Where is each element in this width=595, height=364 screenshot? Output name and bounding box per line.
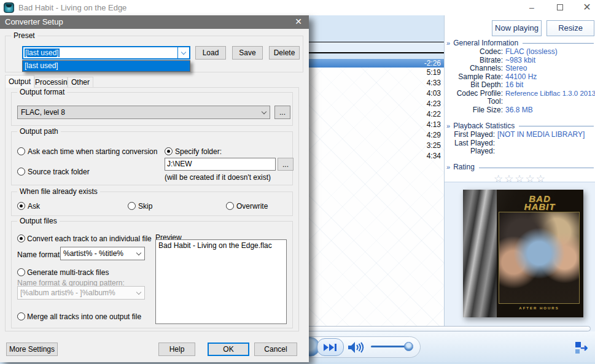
playlist-row[interactable]: 4:22 — [309, 109, 444, 120]
info-row: File Size:36.8 MB — [445, 106, 595, 115]
radio-specify-folder-label[interactable]: Specify folder: — [175, 147, 222, 156]
preset-dropdown-list: [last used] — [22, 60, 190, 72]
playlist-row[interactable]: 4:23 — [309, 99, 444, 109]
folder-path-input[interactable]: J:\NEW — [165, 158, 276, 171]
info-row: Bit Depth:16 bit — [445, 81, 595, 90]
info-label: Bit Depth: — [445, 81, 503, 90]
save-button[interactable]: Save — [232, 46, 263, 60]
tab-other[interactable]: Other — [68, 77, 93, 88]
radio-merge-all-label[interactable]: Merge all tracks into one output file — [27, 312, 141, 321]
preset-dropdown-button[interactable] — [177, 47, 189, 58]
radio-ask-each-time[interactable] — [17, 147, 25, 155]
volume-speaker-icon[interactable] — [348, 341, 364, 355]
section-title: Playback Statistics — [453, 122, 515, 130]
playlist-row[interactable]: 5:19 — [309, 68, 444, 78]
info-label: First Played: — [445, 131, 495, 139]
info-row: Codec:FLAC (lossless) — [445, 48, 595, 56]
preset-value: [last used] — [25, 48, 60, 57]
application-window: Bad Habit - Living on the Edge – ✕ -2:26… — [0, 0, 595, 364]
name-format-combobox[interactable]: %artist% - %title% — [60, 247, 145, 260]
playlist-rows: 5:19 4:33 4:03 4:23 4:22 4:13 4:29 3:25 … — [309, 68, 444, 161]
playlist-row[interactable]: 4:03 — [309, 88, 444, 99]
section-general-information[interactable]: » General Information — [446, 38, 594, 47]
radio-individual-file[interactable] — [17, 234, 25, 242]
radio-ask-each-time-label[interactable]: Ask each time when starting conversion — [28, 147, 157, 156]
info-row: Sample Rate:44100 Hz — [445, 73, 595, 82]
radio-exists-ask[interactable] — [17, 202, 25, 210]
now-playing-button[interactable]: Now playing — [492, 20, 542, 36]
output-files-label: Output files — [17, 217, 60, 225]
preset-group-label: Preset — [11, 31, 37, 40]
info-value — [495, 147, 497, 156]
radio-individual-file-label[interactable]: Convert each track to an individual file — [27, 234, 152, 243]
radio-exists-overwrite-label[interactable]: Overwrite — [236, 202, 268, 211]
maximize-button[interactable] — [551, 0, 569, 15]
close-button[interactable]: ✕ — [578, 0, 595, 15]
tab-processing[interactable]: Processing — [34, 77, 68, 88]
info-row: Codec Profile:Reference Libflac 1.3.0 20… — [445, 90, 595, 98]
radio-source-track-folder-label[interactable]: Source track folder — [28, 168, 90, 176]
info-panel: Now playing Resize » General Information… — [444, 15, 595, 331]
resize-button[interactable]: Resize — [546, 20, 594, 36]
volume-slider-knob[interactable] — [404, 342, 413, 351]
playlist-toolbar-area — [309, 15, 444, 42]
next-track-button[interactable] — [317, 338, 344, 356]
playlist-row-selected[interactable]: -2:26 — [309, 59, 444, 68]
info-value: 16 bit — [503, 81, 523, 90]
playlist-row[interactable]: 4:33 — [309, 78, 444, 88]
info-label: Bitrate: — [445, 56, 503, 65]
playlist-panel[interactable]: -2:26 5:19 4:33 4:03 4:23 4:22 4:13 4:29… — [309, 15, 444, 331]
info-value: Stereo — [503, 64, 527, 73]
section-rule — [519, 126, 594, 126]
radio-specify-folder[interactable] — [165, 147, 173, 155]
minimize-button[interactable]: – — [523, 0, 540, 15]
info-label: Sample Rate: — [445, 73, 503, 82]
name-format-dropdown-button[interactable] — [133, 247, 144, 260]
layout-mini-mode-icon[interactable]: ➜ — [575, 341, 592, 356]
section-rule — [523, 43, 594, 44]
info-label: File Size: — [445, 106, 503, 115]
grouping-pattern-combobox: [%album artist% - ]%album% — [17, 286, 145, 300]
help-button[interactable]: Help — [158, 343, 195, 356]
section-collapse-icon: » — [446, 122, 450, 130]
preset-dropdown-item[interactable]: [last used] — [23, 61, 190, 71]
playlist-row[interactable]: 4:13 — [309, 120, 444, 130]
section-rule — [479, 168, 594, 168]
playlist-row[interactable]: 4:29 — [309, 130, 444, 141]
output-path-label: Output path — [17, 127, 61, 136]
radio-exists-skip[interactable] — [128, 202, 136, 210]
delete-button[interactable]: Delete — [269, 46, 300, 60]
ok-button[interactable]: OK — [208, 343, 249, 356]
preset-combobox[interactable]: [last used] — [22, 46, 190, 60]
folder-note: (will be created if it doesn't exist) — [165, 173, 271, 182]
info-label: Channels: — [445, 64, 503, 73]
output-format-combobox[interactable]: FLAC, level 8 — [17, 106, 270, 119]
radio-multitrack[interactable] — [17, 268, 25, 276]
radio-exists-skip-label[interactable]: Skip — [138, 202, 152, 211]
radio-multitrack-label[interactable]: Generate multi-track files — [27, 268, 109, 277]
radio-source-track-folder[interactable] — [17, 168, 25, 176]
output-format-browse-button[interactable]: ... — [274, 106, 290, 119]
info-value: FLAC (lossless) — [503, 48, 558, 56]
window-titlebar: Bad Habit - Living on the Edge – ✕ — [0, 0, 595, 15]
output-format-dropdown-button[interactable] — [258, 106, 270, 118]
cancel-button[interactable]: Cancel — [254, 343, 297, 356]
more-settings-button[interactable]: More Settings — [6, 343, 58, 356]
info-value: 36.8 MB — [503, 106, 533, 115]
radio-exists-overwrite[interactable] — [226, 202, 234, 210]
radio-merge-all[interactable] — [17, 312, 25, 320]
dialog-titlebar[interactable]: Converter Setup ✕ — [0, 15, 309, 29]
album-art-logo: BAD HABIT — [500, 195, 580, 211]
album-art[interactable]: BAD HABIT AFTER HOURS — [463, 190, 583, 317]
info-row: Bitrate:~983 kbit — [445, 56, 595, 65]
dialog-close-button[interactable]: ✕ — [292, 17, 305, 28]
load-button[interactable]: Load — [195, 46, 226, 60]
section-rating[interactable]: » Rating — [446, 163, 594, 172]
playlist-row[interactable]: 3:25 — [309, 141, 444, 151]
tab-output[interactable]: Output — [5, 75, 34, 88]
playlist-row[interactable]: 4:34 — [309, 151, 444, 161]
folder-browse-button[interactable]: ... — [278, 158, 294, 171]
section-playback-statistics[interactable]: » Playback Statistics — [446, 121, 594, 130]
info-value — [495, 139, 497, 148]
radio-exists-ask-label[interactable]: Ask — [28, 202, 40, 211]
